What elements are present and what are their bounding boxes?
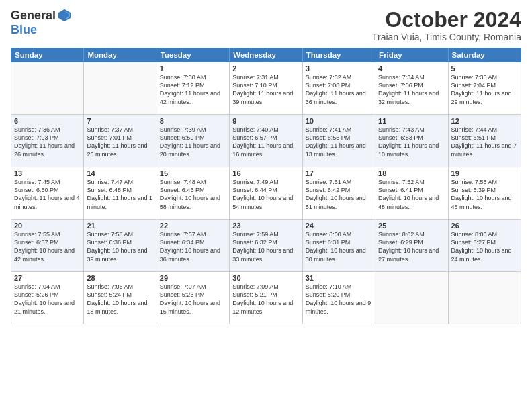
day-number: 12 bbox=[451, 117, 518, 125]
logo-blue-text: Blue bbox=[11, 23, 37, 37]
day-info: Sunrise: 7:06 AM Sunset: 5:24 PM Dayligh… bbox=[87, 283, 153, 316]
calendar-cell: 18Sunrise: 7:52 AM Sunset: 6:41 PM Dayli… bbox=[375, 167, 448, 220]
calendar-cell: 23Sunrise: 7:59 AM Sunset: 6:32 PM Dayli… bbox=[230, 220, 302, 272]
day-info: Sunrise: 7:04 AM Sunset: 5:26 PM Dayligh… bbox=[14, 283, 81, 316]
day-info: Sunrise: 7:57 AM Sunset: 6:34 PM Dayligh… bbox=[160, 230, 226, 263]
calendar-cell: 17Sunrise: 7:51 AM Sunset: 6:42 PM Dayli… bbox=[302, 167, 375, 220]
weekday-header-tuesday: Tuesday bbox=[157, 48, 229, 62]
day-number: 23 bbox=[232, 222, 299, 230]
weekday-header-monday: Monday bbox=[84, 48, 157, 62]
day-number: 17 bbox=[306, 169, 372, 177]
weekday-header-saturday: Saturday bbox=[448, 48, 521, 62]
day-info: Sunrise: 8:00 AM Sunset: 6:31 PM Dayligh… bbox=[306, 230, 372, 263]
calendar-cell: 8Sunrise: 7:39 AM Sunset: 6:59 PM Daylig… bbox=[157, 115, 229, 167]
day-info: Sunrise: 7:31 AM Sunset: 7:10 PM Dayligh… bbox=[232, 73, 299, 106]
day-number: 16 bbox=[232, 169, 299, 177]
calendar-cell: 5Sunrise: 7:35 AM Sunset: 7:04 PM Daylig… bbox=[448, 62, 521, 115]
calendar-cell: 15Sunrise: 7:48 AM Sunset: 6:46 PM Dayli… bbox=[157, 167, 229, 220]
calendar-cell: 25Sunrise: 8:02 AM Sunset: 6:29 PM Dayli… bbox=[375, 220, 448, 272]
day-number: 25 bbox=[378, 222, 445, 230]
day-info: Sunrise: 7:30 AM Sunset: 7:12 PM Dayligh… bbox=[160, 73, 226, 106]
day-number: 21 bbox=[87, 222, 153, 230]
day-info: Sunrise: 7:07 AM Sunset: 5:23 PM Dayligh… bbox=[160, 283, 226, 316]
day-info: Sunrise: 7:41 AM Sunset: 6:55 PM Dayligh… bbox=[306, 126, 372, 158]
day-info: Sunrise: 7:43 AM Sunset: 6:53 PM Dayligh… bbox=[378, 126, 445, 158]
day-number: 6 bbox=[14, 117, 81, 125]
day-number: 19 bbox=[451, 169, 518, 177]
day-number: 9 bbox=[232, 117, 299, 125]
calendar-cell bbox=[84, 62, 157, 115]
month-title: October 2024 bbox=[372, 8, 521, 32]
day-info: Sunrise: 7:37 AM Sunset: 7:01 PM Dayligh… bbox=[87, 126, 153, 158]
day-info: Sunrise: 7:56 AM Sunset: 6:36 PM Dayligh… bbox=[87, 230, 153, 263]
calendar-cell: 28Sunrise: 7:06 AM Sunset: 5:24 PM Dayli… bbox=[84, 272, 157, 324]
day-info: Sunrise: 8:02 AM Sunset: 6:29 PM Dayligh… bbox=[378, 230, 445, 263]
logo-icon bbox=[57, 8, 72, 23]
day-info: Sunrise: 7:34 AM Sunset: 7:06 PM Dayligh… bbox=[378, 73, 445, 106]
day-info: Sunrise: 7:09 AM Sunset: 5:21 PM Dayligh… bbox=[232, 283, 299, 316]
calendar-cell: 14Sunrise: 7:47 AM Sunset: 6:48 PM Dayli… bbox=[84, 167, 157, 220]
calendar-cell: 21Sunrise: 7:56 AM Sunset: 6:36 PM Dayli… bbox=[84, 220, 157, 272]
weekday-header-wednesday: Wednesday bbox=[230, 48, 302, 62]
page: General Blue October 2024 Traian Vuia, T… bbox=[0, 0, 532, 411]
day-number: 5 bbox=[451, 64, 518, 73]
day-number: 18 bbox=[378, 169, 445, 177]
day-number: 11 bbox=[378, 117, 445, 125]
day-number: 8 bbox=[160, 117, 226, 125]
weekday-header-sunday: Sunday bbox=[11, 48, 84, 62]
day-number: 27 bbox=[14, 274, 81, 282]
calendar-cell: 13Sunrise: 7:45 AM Sunset: 6:50 PM Dayli… bbox=[11, 167, 84, 220]
week-row-4: 20Sunrise: 7:55 AM Sunset: 6:37 PM Dayli… bbox=[11, 220, 521, 272]
logo-general-text: General bbox=[11, 9, 56, 23]
day-info: Sunrise: 7:59 AM Sunset: 6:32 PM Dayligh… bbox=[232, 230, 299, 263]
weekday-header-friday: Friday bbox=[375, 48, 448, 62]
day-info: Sunrise: 7:35 AM Sunset: 7:04 PM Dayligh… bbox=[451, 73, 518, 106]
day-number: 30 bbox=[232, 274, 299, 282]
day-info: Sunrise: 7:51 AM Sunset: 6:42 PM Dayligh… bbox=[306, 178, 372, 211]
day-info: Sunrise: 7:53 AM Sunset: 6:39 PM Dayligh… bbox=[451, 178, 518, 211]
week-row-1: 1Sunrise: 7:30 AM Sunset: 7:12 PM Daylig… bbox=[11, 62, 521, 115]
calendar-cell bbox=[375, 272, 448, 324]
calendar-cell: 4Sunrise: 7:34 AM Sunset: 7:06 PM Daylig… bbox=[375, 62, 448, 115]
calendar-cell: 9Sunrise: 7:40 AM Sunset: 6:57 PM Daylig… bbox=[230, 115, 302, 167]
location-subtitle: Traian Vuia, Timis County, Romania bbox=[372, 32, 521, 42]
calendar-cell: 27Sunrise: 7:04 AM Sunset: 5:26 PM Dayli… bbox=[11, 272, 84, 324]
calendar-cell bbox=[11, 62, 84, 115]
day-info: Sunrise: 7:49 AM Sunset: 6:44 PM Dayligh… bbox=[232, 178, 299, 211]
day-number: 31 bbox=[306, 274, 372, 282]
weekday-header-row: SundayMondayTuesdayWednesdayThursdayFrid… bbox=[11, 48, 521, 62]
calendar-cell: 12Sunrise: 7:44 AM Sunset: 6:51 PM Dayli… bbox=[448, 115, 521, 167]
calendar-cell: 10Sunrise: 7:41 AM Sunset: 6:55 PM Dayli… bbox=[302, 115, 375, 167]
day-number: 3 bbox=[306, 64, 372, 73]
calendar-cell: 3Sunrise: 7:32 AM Sunset: 7:08 PM Daylig… bbox=[302, 62, 375, 115]
day-number: 26 bbox=[451, 222, 518, 230]
day-number: 28 bbox=[87, 274, 153, 282]
day-info: Sunrise: 7:32 AM Sunset: 7:08 PM Dayligh… bbox=[306, 73, 372, 106]
day-info: Sunrise: 7:52 AM Sunset: 6:41 PM Dayligh… bbox=[378, 178, 445, 211]
day-number: 20 bbox=[14, 222, 81, 230]
calendar-cell: 24Sunrise: 8:00 AM Sunset: 6:31 PM Dayli… bbox=[302, 220, 375, 272]
calendar-cell bbox=[448, 272, 521, 324]
day-info: Sunrise: 7:47 AM Sunset: 6:48 PM Dayligh… bbox=[87, 178, 153, 211]
day-info: Sunrise: 7:39 AM Sunset: 6:59 PM Dayligh… bbox=[160, 126, 226, 158]
calendar-cell: 31Sunrise: 7:10 AM Sunset: 5:20 PM Dayli… bbox=[302, 272, 375, 324]
day-info: Sunrise: 7:55 AM Sunset: 6:37 PM Dayligh… bbox=[14, 230, 81, 263]
week-row-3: 13Sunrise: 7:45 AM Sunset: 6:50 PM Dayli… bbox=[11, 167, 521, 220]
day-info: Sunrise: 7:48 AM Sunset: 6:46 PM Dayligh… bbox=[160, 178, 226, 211]
calendar-cell: 1Sunrise: 7:30 AM Sunset: 7:12 PM Daylig… bbox=[157, 62, 229, 115]
calendar-table: SundayMondayTuesdayWednesdayThursdayFrid… bbox=[11, 48, 521, 324]
calendar-cell: 19Sunrise: 7:53 AM Sunset: 6:39 PM Dayli… bbox=[448, 167, 521, 220]
week-row-5: 27Sunrise: 7:04 AM Sunset: 5:26 PM Dayli… bbox=[11, 272, 521, 324]
calendar-cell: 20Sunrise: 7:55 AM Sunset: 6:37 PM Dayli… bbox=[11, 220, 84, 272]
logo: General Blue bbox=[11, 8, 72, 37]
day-number: 7 bbox=[87, 117, 153, 125]
calendar-cell: 16Sunrise: 7:49 AM Sunset: 6:44 PM Dayli… bbox=[230, 167, 302, 220]
day-info: Sunrise: 7:40 AM Sunset: 6:57 PM Dayligh… bbox=[232, 126, 299, 158]
calendar-cell: 26Sunrise: 8:03 AM Sunset: 6:27 PM Dayli… bbox=[448, 220, 521, 272]
day-number: 15 bbox=[160, 169, 226, 177]
calendar-cell: 11Sunrise: 7:43 AM Sunset: 6:53 PM Dayli… bbox=[375, 115, 448, 167]
week-row-2: 6Sunrise: 7:36 AM Sunset: 7:03 PM Daylig… bbox=[11, 115, 521, 167]
calendar-cell: 7Sunrise: 7:37 AM Sunset: 7:01 PM Daylig… bbox=[84, 115, 157, 167]
day-number: 2 bbox=[232, 64, 299, 73]
day-number: 13 bbox=[14, 169, 81, 177]
